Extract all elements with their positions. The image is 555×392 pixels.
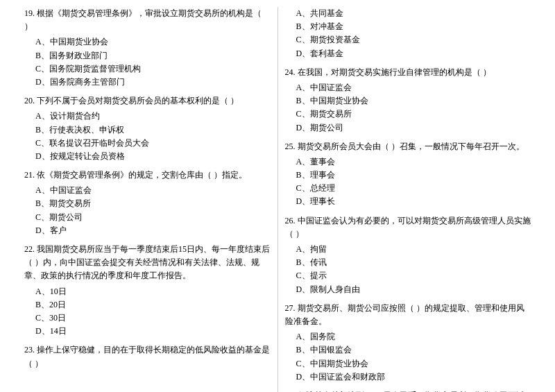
option-25d: D、理事长: [296, 195, 531, 208]
question-23-title: 23. 操作上保守稳健，目的在于取得长期稳定的低风险收益的基金是（ ）: [24, 343, 271, 370]
question-22: 22. 我国期货交易所应当于每一季度结束后15日内、每一年度结束后（ ）内，向中…: [24, 243, 271, 338]
option-22a: A、10日: [35, 285, 271, 298]
question-28-title: 28. 保障基金总额达到（ ）元人民币，期货交易所、期货公司可以暂停缴纳保障基金…: [285, 389, 531, 392]
question-24: 24. 在我国，对期货交易实施行业自律管理的机构是（ ） A、中国证监会 B、中…: [285, 66, 531, 135]
option-23b: B、对冲基金: [296, 20, 531, 33]
column-divider: [278, 7, 278, 392]
question-25-title: 25. 期货交易所会员大会由（ ）召集，一般情况下每年召开一次。: [285, 140, 531, 153]
option-26c: C、提示: [296, 269, 531, 282]
option-24d: D、期货公司: [296, 121, 531, 135]
option-22d: D、14日: [35, 325, 271, 338]
question-20-title: 20. 下列不属于会员对期货交易所会员的基本权利的是（ ）: [24, 94, 271, 108]
question-19-title: 19. 根据《期货交易管理条例》，审批设立期货交易所的机构是（ ）: [24, 7, 271, 33]
question-27: 27. 期货交易所、期货公司应按照（ ）的规定提取、管理和使用风险准备金。 A、…: [285, 302, 531, 384]
option-22c: C、30日: [35, 312, 271, 325]
option-26a: A、拘留: [296, 243, 531, 256]
question-26: 26. 中国证监会认为有必要的，可以对期货交易所高级管理人员实施（ ） A、拘留…: [285, 214, 531, 296]
option-19a: A、中国期货业协会: [35, 35, 271, 49]
option-24a: A、中国证监会: [296, 81, 531, 94]
left-column: 19. 根据《期货交易管理条例》，审批设立期货交易所的机构是（ ） A、中国期货…: [21, 7, 274, 392]
option-26d: D、限制人身自由: [296, 283, 531, 296]
option-19c: C、国务院期货监督管理机构: [35, 62, 271, 76]
question-23-options: A、共同基金 B、对冲基金 C、期货投资基金 D、套利基金: [285, 7, 531, 60]
right-column: A、共同基金 B、对冲基金 C、期货投资基金 D、套利基金 24. 在我国，对期…: [282, 7, 535, 392]
option-27d: D、中国证监会和财政部: [296, 370, 531, 384]
option-27c: C、中国期货业协会: [296, 357, 531, 370]
option-23a: A、共同基金: [296, 7, 531, 20]
option-27b: B、中国银监会: [296, 343, 531, 357]
question-28: 28. 保障基金总额达到（ ）元人民币，期货交易所、期货公司可以暂停缴纳保障基金…: [285, 389, 531, 392]
option-20d: D、按规定转让会员资格: [35, 150, 271, 163]
question-25: 25. 期货交易所会员大会由（ ）召集，一般情况下每年召开一次。 A、董事会 B…: [285, 140, 531, 209]
question-26-title: 26. 中国证监会认为有必要的，可以对期货交易所高级管理人员实施（ ）: [285, 214, 531, 241]
question-22-title: 22. 我国期货交易所应当于每一季度结束后15日内、每一年度结束后（ ）内，向中…: [24, 243, 271, 283]
option-25b: B、理事会: [296, 169, 531, 182]
option-19d: D、国务院商务主管部门: [35, 76, 271, 89]
question-21-title: 21. 依《期货交易管理条例》的规定，交割仓库由（ ）指定。: [24, 169, 271, 182]
option-22b: B、20日: [35, 298, 271, 312]
question-21: 21. 依《期货交易管理条例》的规定，交割仓库由（ ）指定。 A、中国证监会 B…: [24, 169, 271, 237]
question-27-title: 27. 期货交易所、期货公司应按照（ ）的规定提取、管理和使用风险准备金。: [285, 302, 531, 328]
main-content: 19. 根据《期货交易管理条例》，审批设立期货交易所的机构是（ ） A、中国期货…: [21, 7, 534, 392]
option-24b: B、中国期货业协会: [296, 94, 531, 108]
option-26b: B、传讯: [296, 256, 531, 269]
option-20c: C、联名提议召开临时会员大会: [35, 137, 271, 150]
option-25c: C、总经理: [296, 182, 531, 195]
option-24c: C、期货交易所: [296, 108, 531, 121]
option-21c: C、期货公司: [35, 211, 271, 224]
option-25a: A、董事会: [296, 155, 531, 169]
option-20a: A、设计期货合约: [35, 110, 271, 123]
option-21b: B、期货交易所: [35, 197, 271, 210]
question-20: 20. 下列不属于会员对期货交易所会员的基本权利的是（ ） A、设计期货合约 B…: [24, 94, 271, 163]
option-19b: B、国务财政业部门: [35, 49, 271, 62]
question-23: 23. 操作上保守稳健，目的在于取得长期稳定的低风险收益的基金是（ ）: [24, 343, 271, 370]
question-24-title: 24. 在我国，对期货交易实施行业自律管理的机构是（ ）: [285, 66, 531, 79]
option-23c: C、期货投资基金: [296, 33, 531, 46]
option-23d: D、套利基金: [296, 47, 531, 60]
option-21a: A、中国证监会: [35, 184, 271, 197]
option-20b: B、行使表决权、申诉权: [35, 123, 271, 137]
option-27a: A、国务院: [296, 330, 531, 343]
question-19: 19. 根据《期货交易管理条例》，审批设立期货交易所的机构是（ ） A、中国期货…: [24, 7, 271, 89]
option-21d: D、客户: [35, 224, 271, 237]
